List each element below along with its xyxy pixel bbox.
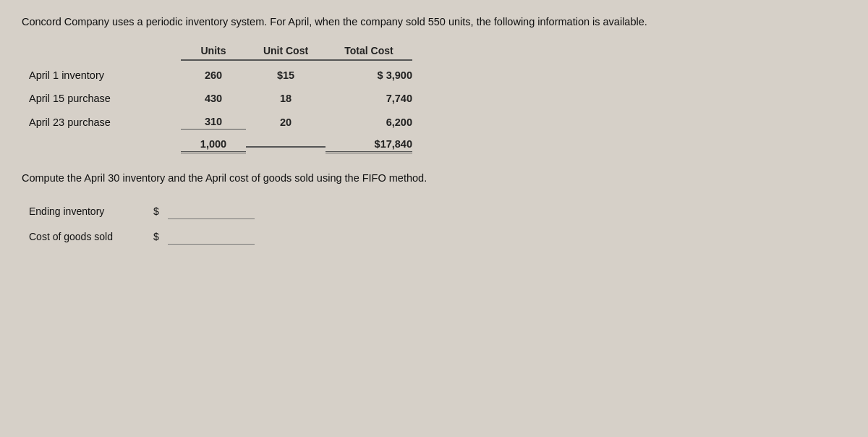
april23-unit-cost: 20: [246, 116, 326, 128]
cost-of-goods-sold-dollar: $: [153, 231, 159, 242]
table-header-row: Units Unit Cost Total Cost: [29, 45, 846, 61]
ending-inventory-input[interactable]: [168, 204, 255, 219]
ending-inventory-label: Ending inventory: [29, 205, 145, 217]
cost-of-goods-sold-label: Cost of goods sold: [29, 231, 145, 242]
table-row-april1: April 1 inventory 260 $15 $ 3,900: [29, 64, 846, 87]
compute-instruction: Compute the April 30 inventory and the A…: [22, 171, 846, 187]
table-row-april23: April 23 purchase 310 20 6,200: [29, 110, 846, 135]
total-cost-header: Total Cost: [326, 45, 412, 61]
april15-label: April 15 purchase: [29, 93, 181, 104]
totals-units: 1,000: [181, 138, 246, 153]
april1-unit-cost: $15: [246, 69, 326, 81]
answer-inputs: Ending inventory $ Cost of goods sold $: [29, 204, 846, 245]
totals-total-cost: $17,840: [326, 138, 412, 153]
april23-label: April 23 purchase: [29, 116, 181, 128]
cost-of-goods-sold-input[interactable]: [168, 229, 255, 245]
totals-unit-cost-spacer: [246, 143, 326, 148]
april15-total-cost: 7,740: [326, 93, 412, 104]
april23-units: 310: [181, 116, 246, 130]
inventory-table: Units Unit Cost Total Cost April 1 inven…: [29, 45, 846, 153]
table-totals-row: 1,000 $17,840: [29, 135, 846, 153]
cost-of-goods-sold-row: Cost of goods sold $: [29, 229, 846, 245]
table-row-april15: April 15 purchase 430 18 7,740: [29, 87, 846, 110]
april15-unit-cost: 18: [246, 93, 326, 104]
unit-cost-header: Unit Cost: [246, 45, 326, 61]
ending-inventory-dollar: $: [153, 205, 159, 217]
april23-total-cost: 6,200: [326, 116, 412, 128]
april15-units: 430: [181, 93, 246, 104]
april1-label: April 1 inventory: [29, 69, 181, 81]
april1-total-cost: $ 3,900: [326, 69, 412, 81]
intro-paragraph: Concord Company uses a periodic inventor…: [22, 14, 846, 30]
april1-units: 260: [181, 69, 246, 81]
ending-inventory-row: Ending inventory $: [29, 204, 846, 219]
units-header: Units: [181, 45, 246, 61]
